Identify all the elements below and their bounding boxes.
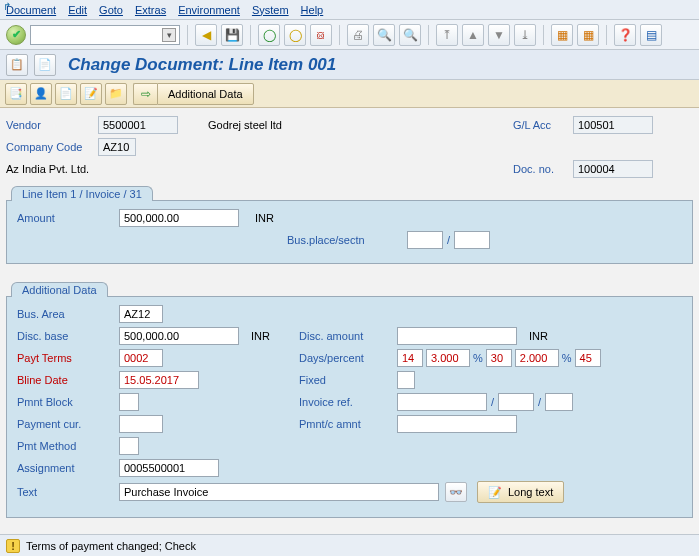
pmtmethod-label: Pmt Method: [17, 440, 119, 452]
slash: /: [443, 234, 454, 246]
amount-currency: INR: [255, 212, 274, 224]
glacc-field: 100501: [573, 116, 653, 134]
title-icon2[interactable]: 📄: [34, 54, 56, 76]
application-toolbar: 📑 👤 📄 📝 📁 ⇨ Additional Data: [0, 80, 699, 108]
pct2-field[interactable]: 2.000: [515, 349, 559, 367]
pct1-sign: %: [470, 352, 486, 364]
title-icon1[interactable]: 📋: [6, 54, 28, 76]
prev-page-icon[interactable]: ▲: [462, 24, 484, 46]
docno-field: 100004: [573, 160, 653, 178]
days1-field[interactable]: 14: [397, 349, 423, 367]
busplace-field[interactable]: [407, 231, 443, 249]
additional-data-tab: Additional Data: [11, 282, 108, 297]
bline-field[interactable]: 15.05.2017: [119, 371, 199, 389]
invref3-field[interactable]: [545, 393, 573, 411]
app-btn-5[interactable]: 📁: [105, 83, 127, 105]
title-bar: 📋 📄 Change Document: Line Item 001: [0, 50, 699, 80]
layout-icon[interactable]: ▤: [640, 24, 662, 46]
app-btn-2[interactable]: 👤: [30, 83, 52, 105]
busplace-label: Bus.place/sectn: [287, 234, 407, 246]
vendor-field: 5500001: [98, 116, 178, 134]
page-title: Change Document: Line Item 001: [68, 55, 336, 75]
pmtmethod-field[interactable]: [119, 437, 139, 455]
app-btn-4[interactable]: 📝: [80, 83, 102, 105]
pct1-field[interactable]: 3.000: [426, 349, 470, 367]
additional-data-button[interactable]: Additional Data: [157, 83, 254, 105]
days3-field[interactable]: 45: [575, 349, 601, 367]
vendor-label: Vendor: [6, 119, 98, 131]
dayspct-label: Days/percent: [299, 352, 397, 364]
menu-goto[interactable]: Goto: [99, 4, 123, 16]
help-icon[interactable]: ❓: [614, 24, 636, 46]
back-icon[interactable]: ◯: [258, 24, 280, 46]
last-page-icon[interactable]: ⤓: [514, 24, 536, 46]
menu-environment[interactable]: Environment: [178, 4, 240, 16]
pmntc-field[interactable]: [397, 415, 517, 433]
find-icon[interactable]: 🔍: [373, 24, 395, 46]
invref1-field[interactable]: [397, 393, 487, 411]
discamount-label: Disc. amount: [299, 330, 397, 342]
text-field[interactable]: Purchase Invoice: [119, 483, 439, 501]
menu-extras[interactable]: Extras: [135, 4, 166, 16]
shortcut-icon[interactable]: ▦: [577, 24, 599, 46]
busarea-label: Bus. Area: [17, 308, 119, 320]
discbase-label: Disc. base: [17, 330, 119, 342]
exit-icon[interactable]: ◯: [284, 24, 306, 46]
invref-label: Invoice ref.: [299, 396, 397, 408]
assignment-label: Assignment: [17, 462, 119, 474]
status-bar: ! Terms of payment changed; Check: [0, 534, 699, 556]
text-search-button[interactable]: 👓: [445, 482, 467, 502]
fixed-field[interactable]: [397, 371, 415, 389]
sectn-field[interactable]: [454, 231, 490, 249]
app-btn-3[interactable]: 📄: [55, 83, 77, 105]
dropdown-icon[interactable]: ▾: [162, 28, 176, 42]
long-text-button[interactable]: 📝 Long text: [477, 481, 564, 503]
paycur-field[interactable]: [119, 415, 163, 433]
line-item-group: Line Item 1 / Invoice / 31 Amount 500,00…: [6, 200, 693, 264]
additional-data-arrow-icon[interactable]: ⇨: [133, 83, 157, 105]
amount-field[interactable]: 500,000.00: [119, 209, 239, 227]
menu-bar: Document Edit Goto Extras Environment Sy…: [0, 0, 699, 20]
invref2-field[interactable]: [498, 393, 534, 411]
pct2-sign: %: [559, 352, 575, 364]
longtext-icon: 📝: [488, 486, 502, 499]
amount-label: Amount: [17, 212, 119, 224]
paycur-label: Payment cur.: [17, 418, 119, 430]
menu-help[interactable]: Help: [301, 4, 324, 16]
days2-field[interactable]: 30: [486, 349, 512, 367]
glacc-label: G/L Acc: [513, 119, 573, 131]
fixed-label: Fixed: [299, 374, 397, 386]
standard-toolbar: ✔ ▾ ◀ 💾 ◯ ◯ ⦻ 🖨 🔍 🔍 ⤒ ▲ ▼ ⤓ ▦ ▦ ❓ ▤: [0, 20, 699, 50]
discamount-currency: INR: [529, 330, 548, 342]
session-indicator-icon: ↱: [0, 0, 14, 14]
find-next-icon[interactable]: 🔍: [399, 24, 421, 46]
print-icon[interactable]: 🖨: [347, 24, 369, 46]
company-label: Company Code: [6, 141, 98, 153]
enter-button[interactable]: ✔: [6, 25, 26, 45]
app-btn-1[interactable]: 📑: [5, 83, 27, 105]
command-field[interactable]: ▾: [30, 25, 180, 45]
first-page-icon[interactable]: ⤒: [436, 24, 458, 46]
pmntblock-field[interactable]: [119, 393, 139, 411]
vendor-name: Godrej steel ltd: [208, 119, 282, 131]
pmntblock-label: Pmnt Block: [17, 396, 119, 408]
additional-data-group: Additional Data Bus. Area AZ12 Disc. bas…: [6, 296, 693, 518]
company-name: Az India Pvt. Ltd.: [6, 163, 89, 175]
payt-field[interactable]: 0002: [119, 349, 163, 367]
back-yellow-icon[interactable]: ◀: [195, 24, 217, 46]
save-icon[interactable]: 💾: [221, 24, 243, 46]
docno-label: Doc. no.: [513, 163, 573, 175]
bline-label: Bline Date: [17, 374, 119, 386]
menu-system[interactable]: System: [252, 4, 289, 16]
status-message: Terms of payment changed; Check: [26, 540, 196, 552]
line-item-tab: Line Item 1 / Invoice / 31: [11, 186, 153, 201]
cancel-icon[interactable]: ⦻: [310, 24, 332, 46]
assignment-field[interactable]: 0005500001: [119, 459, 219, 477]
discbase-field[interactable]: 500,000.00: [119, 327, 239, 345]
menu-edit[interactable]: Edit: [68, 4, 87, 16]
busarea-field[interactable]: AZ12: [119, 305, 163, 323]
next-page-icon[interactable]: ▼: [488, 24, 510, 46]
new-session-icon[interactable]: ▦: [551, 24, 573, 46]
payt-label: Payt Terms: [17, 352, 119, 364]
discamount-field[interactable]: [397, 327, 517, 345]
